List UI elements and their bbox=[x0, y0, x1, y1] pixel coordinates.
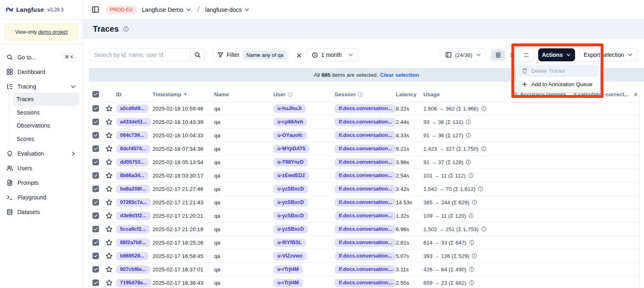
sidebar-item-tracing[interactable]: Tracing bbox=[3, 79, 79, 94]
session-badge[interactable]: lf.docs.conversation... bbox=[335, 171, 396, 180]
table-row[interactable]: a433de51... 2025-02-18 10:43:39 qa u-cp6… bbox=[89, 115, 639, 129]
user-badge[interactable]: u-OYauofc bbox=[273, 131, 307, 140]
row-height-medium-button[interactable] bbox=[505, 50, 519, 60]
clear-filter-button[interactable] bbox=[294, 50, 304, 60]
star-icon[interactable] bbox=[102, 279, 116, 286]
user-badge[interactable]: u-rTrjI4M bbox=[273, 279, 303, 287]
actions-button[interactable]: Actions bbox=[538, 48, 575, 61]
user-badge[interactable]: u-T98YnzD bbox=[273, 158, 308, 167]
table-row[interactable]: 084c739... 2025-02-18 10:04:33 qa u-OYau… bbox=[89, 129, 639, 142]
trace-id-badge[interactable]: ba8a208f... bbox=[116, 185, 150, 193]
table-row[interactable]: 88f2a7b0... 2025-02-17 18:25:26 qa u-f0Y… bbox=[89, 236, 639, 249]
session-badge[interactable]: lf.docs.conversation... bbox=[335, 225, 396, 234]
sidebar-item-goto[interactable]: Go to... ⌘ K bbox=[3, 50, 79, 65]
row-checkbox[interactable] bbox=[89, 119, 102, 125]
row-height-compact-button[interactable] bbox=[491, 50, 505, 60]
user-badge[interactable]: u-yzSBxcD bbox=[273, 198, 308, 207]
row-checkbox[interactable] bbox=[89, 239, 102, 246]
user-badge[interactable]: u-huJhuJi bbox=[273, 104, 306, 113]
sidebar-item-dashboard[interactable]: Dashboard bbox=[3, 65, 79, 79]
session-badge[interactable]: lf.docs.conversation... bbox=[335, 145, 396, 153]
session-badge[interactable]: lf.docs.conversation.... bbox=[335, 279, 396, 287]
demo-project-link[interactable]: demo project bbox=[39, 29, 68, 35]
row-checkbox[interactable] bbox=[89, 212, 102, 219]
star-icon[interactable] bbox=[102, 212, 116, 219]
session-badge[interactable]: lf.docs.conversation... bbox=[335, 212, 396, 220]
table-row[interactable]: dd05753... 2025-02-18 05:13:54 qa u-T98Y… bbox=[89, 156, 639, 169]
star-icon[interactable] bbox=[102, 185, 116, 193]
trace-id-badge[interactable]: 8dcf4574... bbox=[116, 145, 150, 153]
session-badge[interactable]: lf.docs.conversation... bbox=[335, 104, 396, 113]
star-icon[interactable] bbox=[102, 172, 116, 179]
table-row[interactable]: 8dcf4574... 2025-02-18 07:34:36 qa u-MYp… bbox=[89, 142, 639, 156]
trace-id-badge[interactable]: 8b66a34... bbox=[116, 171, 148, 180]
trace-id-badge[interactable]: dd05753... bbox=[116, 158, 148, 167]
session-badge[interactable]: lf.docs.conversation... bbox=[335, 238, 396, 247]
row-height-tall-button[interactable] bbox=[519, 50, 533, 60]
row-checkbox[interactable] bbox=[89, 226, 102, 232]
export-selection-button[interactable]: Export selection bbox=[580, 48, 637, 61]
sidebar-item-sessions[interactable]: Sessions bbox=[13, 106, 79, 119]
user-badge[interactable]: u-f0YfBSL bbox=[273, 238, 306, 247]
sidebar-item-datasets[interactable]: Datasets bbox=[3, 205, 79, 219]
row-checkbox[interactable] bbox=[89, 132, 102, 139]
row-checkbox[interactable] bbox=[89, 199, 102, 206]
star-icon[interactable] bbox=[102, 118, 116, 126]
clear-selection-link[interactable]: Clear selection bbox=[380, 72, 419, 78]
trace-id-badge[interactable]: 084c739... bbox=[116, 131, 148, 140]
project-selector[interactable]: langfuse-docs bbox=[205, 6, 250, 13]
table-row[interactable]: b669529... 2025-02-17 16:58:45 qa u-VlZz… bbox=[89, 249, 639, 263]
header-id[interactable]: ID bbox=[116, 91, 152, 97]
table-row[interactable]: a0cd0d9... 2025-02-18 10:59:46 qa u-huJh… bbox=[89, 102, 639, 115]
info-icon[interactable] bbox=[123, 26, 129, 32]
row-checkbox[interactable] bbox=[89, 105, 102, 112]
trace-id-badge[interactable]: d3e9d1f2... bbox=[116, 212, 150, 220]
user-badge[interactable]: u-yzSBxcD bbox=[273, 212, 308, 220]
time-range-button[interactable]: 1 month bbox=[307, 48, 359, 61]
trace-id-badge[interactable]: 88f2a7b0... bbox=[116, 238, 150, 247]
header-user[interactable]: User bbox=[273, 91, 335, 97]
sidebar-toggle-button[interactable] bbox=[90, 4, 101, 15]
row-checkbox[interactable] bbox=[89, 159, 102, 165]
header-session[interactable]: Session bbox=[335, 91, 396, 97]
session-badge[interactable]: lf.docs.conversation... bbox=[335, 118, 396, 126]
user-badge[interactable]: u-yzSBxcD bbox=[273, 225, 308, 234]
row-checkbox[interactable] bbox=[89, 279, 102, 286]
header-usage[interactable]: Usage bbox=[423, 91, 513, 97]
table-row[interactable]: ba8a208f... 2025-02-17 21:27:46 qa u-yzS… bbox=[89, 182, 639, 196]
table-row[interactable]: d3e9d1f2... 2025-02-17 21:20:21 qa u-yzS… bbox=[89, 209, 639, 223]
table-row[interactable]: 8b66a34... 2025-02-18 03:30:17 qa u-zEwd… bbox=[89, 169, 639, 182]
star-icon[interactable] bbox=[102, 239, 116, 246]
table-row[interactable]: 7195d78e... 2025-02-17 16:36:43 qa u-rTr… bbox=[89, 276, 639, 288]
session-badge[interactable]: lf.docs.conversation... bbox=[335, 198, 396, 207]
trace-id-badge[interactable]: 07265c7a... bbox=[116, 198, 151, 207]
user-badge[interactable]: u-VlZzvwo bbox=[273, 252, 307, 260]
search-icon[interactable] bbox=[191, 52, 204, 58]
sidebar-item-observations[interactable]: Observations bbox=[13, 119, 79, 132]
star-icon[interactable] bbox=[102, 145, 116, 152]
star-icon[interactable] bbox=[102, 266, 116, 273]
star-icon[interactable] bbox=[102, 132, 116, 139]
trace-id-badge[interactable]: 5cca9cf2... bbox=[116, 225, 150, 234]
trace-id-badge[interactable]: a433de51... bbox=[116, 118, 151, 126]
star-icon[interactable] bbox=[102, 252, 116, 260]
star-icon[interactable] bbox=[102, 225, 116, 233]
row-checkbox[interactable] bbox=[89, 145, 102, 152]
session-badge[interactable]: lf.docs.conversation... bbox=[335, 131, 396, 140]
header-latency[interactable]: Latency bbox=[396, 91, 423, 97]
star-icon[interactable] bbox=[102, 199, 116, 206]
user-badge[interactable]: u-zEwdED2 bbox=[273, 171, 309, 180]
header-name[interactable]: Name bbox=[214, 91, 273, 97]
user-badge[interactable]: u-cp66Avh bbox=[273, 118, 307, 126]
select-all-checkbox[interactable] bbox=[89, 91, 102, 97]
search-input[interactable]: Search by id, name, user id bbox=[89, 48, 205, 61]
menu-item-add-to-annotation-queue[interactable]: Add to Annotation Queue bbox=[518, 78, 598, 90]
sidebar-item-prompts[interactable]: Prompts bbox=[3, 175, 79, 190]
sidebar-item-traces[interactable]: Traces bbox=[13, 93, 79, 106]
filter-button[interactable]: Filter Name any of qa bbox=[213, 48, 288, 61]
header-timestamp[interactable]: Timestamp bbox=[152, 91, 214, 97]
columns-button[interactable]: (24/36) bbox=[440, 48, 486, 61]
star-icon[interactable] bbox=[102, 158, 116, 166]
row-checkbox[interactable] bbox=[89, 253, 102, 259]
table-row[interactable]: 5cca9cf2... 2025-02-17 21:20:19 qa u-yzS… bbox=[89, 223, 639, 236]
